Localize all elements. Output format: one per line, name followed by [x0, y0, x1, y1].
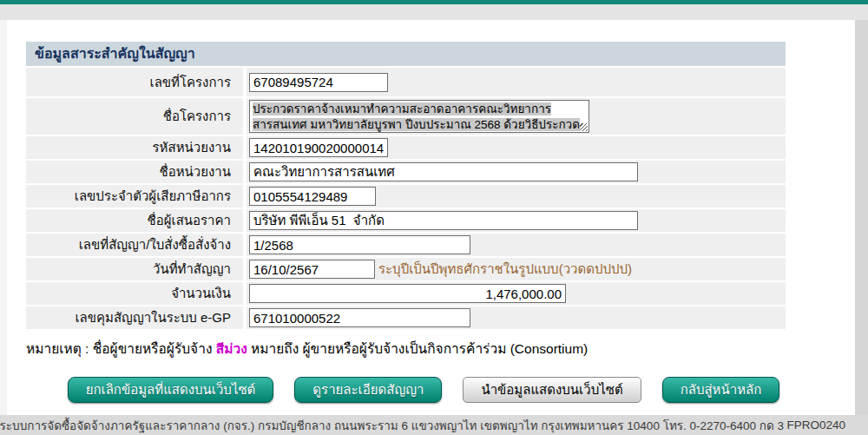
footer-bar: งระบบการจัดซื้อจัดจ้างภาครัฐและราคากลาง …: [0, 415, 868, 435]
amount-label: จำนวนเงิน: [26, 282, 243, 305]
agency-name-label: ชื่อหน่วยงาน: [26, 161, 243, 183]
egp-control-number-input[interactable]: [249, 308, 470, 327]
row-project-name: ชื่อโครงการ ประกวดราคาจ้างเหมาทำความสะอา…: [26, 98, 786, 135]
publish-data-button[interactable]: นำข้อมูลแสดงบนเว็บไซต์: [463, 377, 641, 403]
row-agency-code: รหัสหน่วยงาน: [26, 136, 786, 159]
bidder-name-cell: [247, 209, 786, 232]
remark-prefix: หมายเหตุ : ชื่อผู้ขายหรือผู้รับจ้าง: [26, 341, 216, 356]
row-contract-date: วันที่ทำสัญญา ระบุปีเป็นปีพุทธศักราชในรู…: [26, 258, 786, 280]
project-name-selected-text: ประกวดราคาจ้างเหมาทำความสะอาดอาคารคณะวิท…: [253, 102, 580, 133]
remark-purple-word: สีม่วง: [216, 341, 247, 356]
amount-cell: [247, 282, 786, 305]
project-name-textarea[interactable]: ประกวดราคาจ้างเหมาทำความสะอาดอาคารคณะวิท…: [249, 100, 589, 133]
agency-code-cell: [247, 136, 786, 159]
agency-name-input[interactable]: [249, 162, 638, 181]
row-egp-control-number: เลขคุมสัญญาในระบบ e-GP: [26, 306, 786, 329]
bidder-name-input[interactable]: [249, 211, 638, 230]
row-agency-name: ชื่อหน่วยงาน: [26, 161, 786, 183]
project-number-cell: [247, 68, 786, 96]
project-name-label: ชื่อโครงการ: [26, 98, 243, 135]
egp-control-number-label: เลขคุมสัญญาในระบบ e-GP: [26, 306, 243, 329]
cancel-published-data-button[interactable]: ยกเลิกข้อมูลที่แสดงบนเว็บไซต์: [68, 377, 274, 403]
project-number-label: เลขที่โครงการ: [26, 68, 243, 96]
contract-date-cell: ระบุปีเป็นปีพุทธศักราชในรูปแบบ(ววดดปปปป): [247, 258, 786, 280]
row-contract-number: เลขที่สัญญา/ใบสั่งซื้อสั่งจ้าง: [26, 234, 786, 256]
tax-id-cell: [247, 185, 786, 208]
project-number-input[interactable]: [249, 73, 388, 92]
footer-form-code: FPRO0240: [786, 419, 845, 432]
contract-number-label: เลขที่สัญญา/ใบสั่งซื้อสั่งจ้าง: [26, 234, 243, 256]
bidder-name-label: ชื่อผู้เสนอราคา: [26, 209, 243, 232]
contract-number-cell: [247, 234, 786, 256]
view-contract-detail-button[interactable]: ดูรายละเอียดสัญญา: [294, 377, 442, 403]
back-to-home-button[interactable]: กลับสู่หน้าหลัก: [662, 377, 780, 403]
top-gray-band: [0, 4, 868, 20]
agency-code-label: รหัสหน่วยงาน: [26, 136, 243, 159]
consortium-remark: หมายเหตุ : ชื่อผู้ขายหรือผู้รับจ้าง สีม่…: [26, 338, 588, 359]
tax-id-label: เลขประจำตัวผู้เสียภาษีอากร: [26, 185, 243, 208]
agency-name-cell: [247, 161, 786, 183]
date-format-hint: ระบุปีเป็นปีพุทธศักราชในรูปแบบ(ววดดปปปป): [378, 259, 632, 280]
row-project-number: เลขที่โครงการ: [26, 68, 786, 96]
agency-code-input[interactable]: [249, 138, 388, 157]
row-amount: จำนวนเงิน: [26, 282, 786, 305]
left-margin-strip: [0, 20, 7, 415]
contract-date-label: วันที่ทำสัญญา: [26, 258, 243, 280]
row-bidder-name: ชื่อผู้เสนอราคา: [26, 209, 786, 232]
contract-date-input[interactable]: [249, 260, 375, 279]
action-button-row: ยกเลิกข้อมูลที่แสดงบนเว็บไซต์ ดูรายละเอี…: [0, 377, 858, 403]
project-name-cell: ประกวดราคาจ้างเหมาทำความสะอาดอาคารคณะวิท…: [247, 98, 786, 135]
tax-id-input[interactable]: [249, 187, 376, 206]
footer-address-text: งระบบการจัดซื้อจัดจ้างภาครัฐและราคากลาง …: [0, 416, 784, 435]
egp-control-number-cell: [247, 306, 786, 329]
contract-summary-form: ข้อมูลสาระสำคัญในสัญญา เลขที่โครงการ ชื่…: [26, 42, 786, 331]
row-tax-id: เลขประจำตัวผู้เสียภาษีอากร: [26, 185, 786, 208]
form-title: ข้อมูลสาระสำคัญในสัญญา: [26, 42, 786, 66]
right-margin-strip: [855, 20, 868, 415]
remark-suffix: หมายถึง ผู้ขายหรือผู้รับจ้างเป็นกิจการค้…: [247, 341, 589, 356]
contract-number-input[interactable]: [249, 235, 470, 254]
amount-input[interactable]: [249, 284, 566, 303]
resize-handle-icon[interactable]: [580, 123, 588, 131]
